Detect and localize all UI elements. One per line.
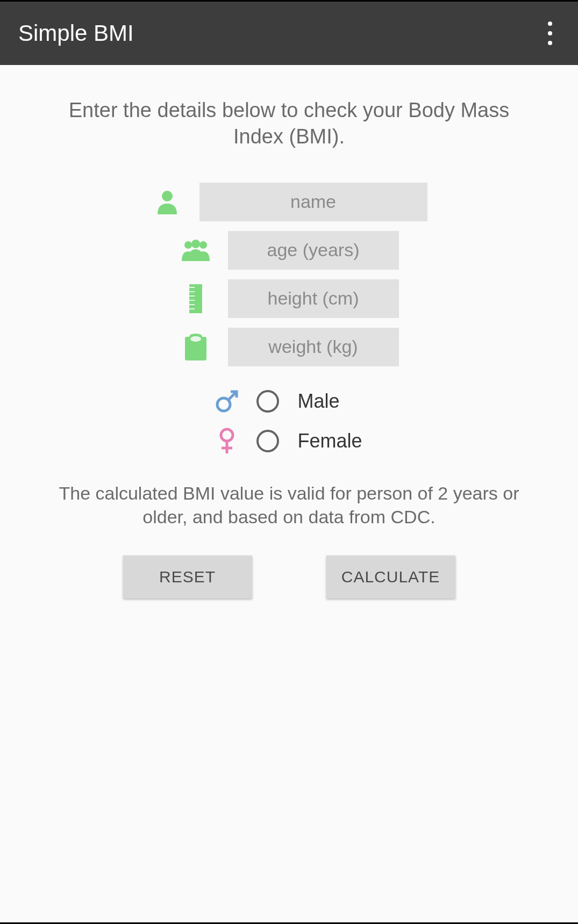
gender-radio-group: Male Female <box>216 390 362 454</box>
svg-point-2 <box>199 241 207 249</box>
instruction-text: Enter the details below to check your Bo… <box>38 97 540 150</box>
form-inputs <box>151 183 427 366</box>
male-radio[interactable] <box>256 390 279 413</box>
female-label: Female <box>297 430 362 452</box>
svg-point-1 <box>184 241 192 249</box>
weight-input[interactable] <box>228 328 399 366</box>
scale-icon <box>180 334 212 360</box>
height-row <box>180 279 399 318</box>
name-input[interactable] <box>199 183 427 221</box>
age-row <box>180 231 399 270</box>
app-header: Simple BMI <box>0 2 578 65</box>
height-input[interactable] <box>228 279 399 318</box>
male-row: Male <box>216 390 362 413</box>
svg-point-13 <box>217 398 230 411</box>
male-icon <box>216 390 238 413</box>
female-radio[interactable] <box>256 430 279 452</box>
age-input[interactable] <box>228 231 399 270</box>
svg-point-15 <box>221 429 233 441</box>
female-row: Female <box>216 428 362 454</box>
male-label: Male <box>297 390 339 413</box>
button-row: RESET CALCULATE <box>123 555 455 598</box>
calculate-button[interactable]: CALCULATE <box>326 555 455 598</box>
svg-point-12 <box>190 336 201 342</box>
name-row <box>151 183 427 221</box>
content-area: Enter the details below to check your Bo… <box>0 65 578 922</box>
svg-line-14 <box>229 392 236 400</box>
person-icon <box>151 190 183 214</box>
more-options-button[interactable] <box>537 11 563 56</box>
ruler-icon <box>180 284 212 313</box>
female-icon <box>216 428 238 454</box>
weight-row <box>180 328 399 366</box>
svg-point-0 <box>162 191 173 201</box>
header-title: Simple BMI <box>18 20 134 46</box>
svg-point-3 <box>191 240 200 248</box>
people-icon <box>180 240 212 261</box>
dots-vertical-icon <box>548 21 552 26</box>
reset-button[interactable]: RESET <box>123 555 252 598</box>
note-text: The calculated BMI value is valid for pe… <box>38 481 540 529</box>
